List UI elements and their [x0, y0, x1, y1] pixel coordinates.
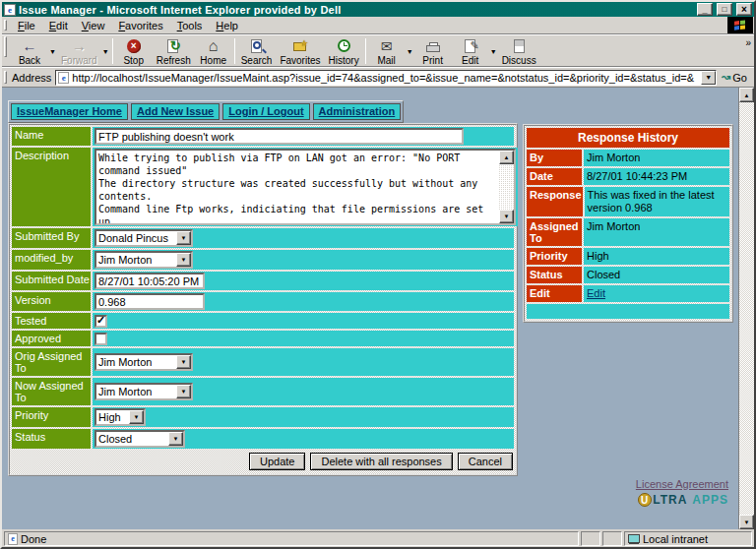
- restore-button[interactable]: □: [717, 3, 732, 16]
- priority-select[interactable]: High▼: [94, 408, 146, 426]
- forward-icon: →: [70, 38, 88, 54]
- menu-help[interactable]: Help: [209, 19, 245, 32]
- grab-handle[interactable]: [4, 36, 7, 57]
- response-value: Jim Morton: [584, 150, 729, 166]
- approved-checkbox[interactable]: [94, 333, 107, 345]
- forward-toolbar-button[interactable]: →Forward: [57, 36, 101, 66]
- field-value-cell: Closed▼: [93, 429, 514, 449]
- select-dropdown-arrow[interactable]: ▼: [176, 253, 191, 267]
- address-url[interactable]: http://localhost/IssueManager/IssueMaint…: [72, 72, 701, 84]
- favorites-toolbar-button[interactable]: ★Favorites: [276, 36, 324, 66]
- submitted-date-input[interactable]: 8/27/01 10:05:20 PM: [94, 273, 205, 289]
- form-row-name: NameFTP publishing doesn't work: [12, 127, 514, 146]
- scroll-down-arrow[interactable]: ▼: [739, 515, 754, 529]
- response-label: Assigned To: [527, 218, 582, 246]
- forward-dropdown-arrow[interactable]: ▼: [101, 36, 110, 66]
- menu-tools[interactable]: Tools: [170, 19, 210, 32]
- status-select[interactable]: Closed▼: [94, 430, 185, 448]
- menu-favorites[interactable]: Favorites: [111, 19, 169, 32]
- minimize-button[interactable]: _: [697, 3, 713, 16]
- menu-edit[interactable]: Edit: [42, 19, 75, 32]
- form-row-submitted-date: Submitted Date8/27/01 10:05:20 PM: [12, 272, 514, 290]
- select-dropdown-arrow[interactable]: ▼: [176, 385, 191, 398]
- menu-file[interactable]: File: [11, 19, 42, 32]
- form-row-approved: Approved: [12, 331, 514, 346]
- scroll-up-arrow[interactable]: ▲: [499, 151, 514, 164]
- response-row-by: ByJim Morton: [527, 150, 729, 166]
- modified-by-select[interactable]: Jim Morton▼: [94, 251, 193, 269]
- response-row-assigned-to: Assigned ToJim Morton: [527, 218, 729, 246]
- delete-with-all-responses-button[interactable]: Delete with all responses: [310, 453, 452, 470]
- history-toolbar-button[interactable]: History: [325, 36, 363, 66]
- select-dropdown-arrow[interactable]: ▼: [176, 231, 191, 245]
- address-bar: Address e http://localhost/IssueManager/…: [2, 67, 754, 87]
- menu-view[interactable]: View: [75, 19, 112, 32]
- tested-checkbox[interactable]: [94, 315, 107, 328]
- nav-link-add-new-issue[interactable]: Add New Issue: [131, 103, 220, 120]
- status-pane-zone: Local intranet: [624, 531, 752, 546]
- update-button[interactable]: Update: [249, 453, 305, 470]
- field-label: Version: [12, 292, 91, 311]
- favorites-icon: ★: [291, 38, 309, 54]
- response-history-title: Response History: [527, 128, 729, 148]
- status-bar: e Done Local intranet: [2, 529, 754, 547]
- field-value-cell: Jim Morton▼: [93, 348, 514, 376]
- edit-response-link[interactable]: Edit: [587, 287, 605, 299]
- form-row-modified-by: modified_byJim Morton▼: [12, 250, 514, 270]
- version-input[interactable]: 0.968: [94, 293, 205, 310]
- address-dropdown-button[interactable]: ▼: [701, 71, 716, 85]
- selected-value: High: [96, 410, 129, 424]
- response-row-response: ResponseThis was fixed in the latest ver…: [527, 187, 729, 216]
- nav-link-issuemanager-home[interactable]: IssueManager Home: [11, 103, 128, 120]
- refresh-toolbar-button[interactable]: ↻Refresh: [153, 36, 195, 66]
- response-row-date: Date8/27/01 10:44:23 PM: [527, 168, 729, 185]
- print-toolbar-button[interactable]: Print: [414, 36, 452, 66]
- response-value: 8/27/01 10:44:23 PM: [584, 168, 729, 185]
- page-footer: License Agreement U LTRA APPS: [636, 478, 728, 507]
- address-field[interactable]: e http://localhost/IssueManager/IssueMai…: [55, 70, 717, 86]
- logo-apps-text: APPS: [692, 493, 728, 507]
- back-toolbar-button[interactable]: ←Back: [11, 36, 48, 66]
- description-text[interactable]: While trying to publish via FTP on LAN g…: [96, 151, 499, 223]
- scroll-down-arrow[interactable]: ▼: [499, 210, 514, 223]
- back-dropdown-arrow[interactable]: ▼: [48, 36, 57, 66]
- response-label: Priority: [527, 248, 582, 265]
- stop-toolbar-button[interactable]: ×Stop: [115, 36, 153, 66]
- edit-toolbar-button[interactable]: ✎Edit: [452, 36, 489, 66]
- license-agreement-link[interactable]: License Agreement: [636, 478, 728, 490]
- scroll-up-arrow[interactable]: ▲: [739, 88, 754, 102]
- orig-assigned-to-select[interactable]: Jim Morton▼: [94, 353, 193, 371]
- mail-toolbar-button[interactable]: ✉Mail: [368, 36, 406, 66]
- selected-value: Closed: [96, 432, 168, 446]
- mail-icon: ✉: [378, 38, 396, 54]
- field-label: Approved: [12, 331, 91, 346]
- cancel-button[interactable]: Cancel: [458, 453, 513, 470]
- search-toolbar-button[interactable]: Search: [237, 36, 277, 66]
- form-row-now-assigned-to: Now Assigned ToJim Morton▼: [12, 378, 514, 405]
- menu-bar: FileEditViewFavoritesToolsHelp: [2, 17, 754, 34]
- grab-handle[interactable]: [4, 71, 7, 84]
- edit-dropdown-arrow[interactable]: ▼: [489, 36, 498, 66]
- go-button[interactable]: ↝ Go: [717, 71, 752, 84]
- discuss-toolbar-button[interactable]: Discuss: [498, 36, 540, 66]
- nav-link-login-logout[interactable]: Login / Logout: [222, 103, 309, 120]
- name-input[interactable]: FTP publishing doesn't work: [94, 128, 464, 145]
- toolbar-overflow-chevron[interactable]: »: [745, 37, 751, 48]
- done-page-icon: e: [8, 533, 18, 545]
- response-row-priority: PriorityHigh: [527, 248, 729, 265]
- select-dropdown-arrow[interactable]: ▼: [176, 355, 191, 369]
- submitted-by-select[interactable]: Donald Pincus▼: [94, 229, 193, 247]
- select-dropdown-arrow[interactable]: ▼: [168, 432, 183, 446]
- nav-link-administration[interactable]: Administration: [313, 103, 402, 120]
- now-assigned-to-select[interactable]: Jim Morton▼: [94, 383, 193, 400]
- page-vertical-scrollbar[interactable]: ▲ ▼: [738, 88, 754, 529]
- select-dropdown-arrow[interactable]: ▼: [129, 410, 144, 424]
- home-toolbar-button[interactable]: ⌂Home: [195, 36, 232, 66]
- grab-handle[interactable]: [4, 20, 7, 31]
- textarea-scrollbar[interactable]: ▲▼: [499, 151, 514, 223]
- description-textarea[interactable]: While trying to publish via FTP on LAN g…: [94, 149, 516, 225]
- mail-dropdown-arrow[interactable]: ▼: [406, 36, 414, 66]
- back-icon: ←: [21, 38, 38, 54]
- close-button[interactable]: ×: [736, 3, 752, 16]
- windows-flag-icon: [734, 20, 746, 30]
